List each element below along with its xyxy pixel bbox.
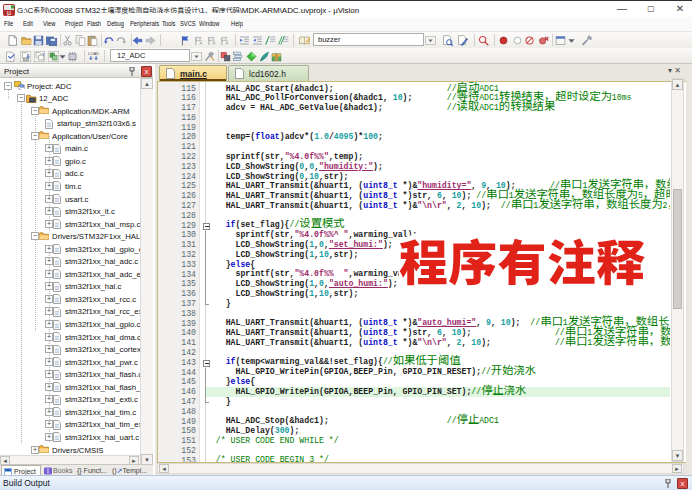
- svg-text:LOAD: LOAD: [88, 51, 99, 56]
- svg-text:µ: µ: [7, 9, 11, 17]
